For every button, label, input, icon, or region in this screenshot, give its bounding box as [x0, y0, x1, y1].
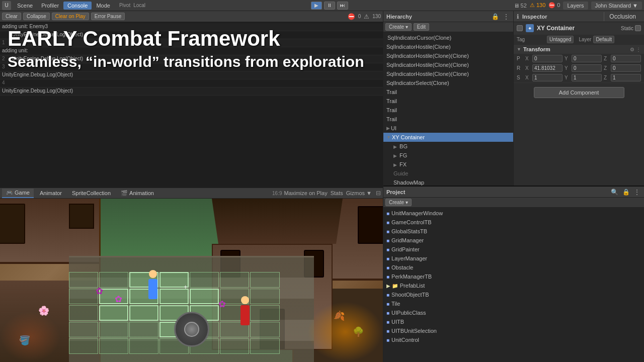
proj-uitb[interactable]: ■ UITB: [383, 317, 644, 326]
console-toolbar: Clear Collapse Clear on Play Error Pause…: [0, 11, 383, 22]
proj-globalstats[interactable]: ■ GlobalStatsTB: [383, 227, 644, 236]
pause-button[interactable]: ⏸: [324, 2, 335, 10]
hier-sql-cursor[interactable]: SqlIndicatorCursor(Clone): [383, 33, 513, 42]
hier-sql-hostile-2[interactable]: SqlIndicatorHostile(Clone)(Clone): [383, 51, 513, 60]
joystick[interactable]: [174, 312, 209, 347]
hierarchy-edit-btn[interactable]: Edit: [414, 23, 429, 31]
grid-cell: [99, 338, 128, 354]
hier-sql-hostile-4[interactable]: SqlIndicatorHostile(Clone)(Clone): [383, 69, 513, 78]
project-menu-icon[interactable]: ⋮: [633, 189, 641, 196]
tab-sprite-collection[interactable]: SpriteCollection: [68, 189, 115, 197]
tab-game[interactable]: 🎮 Game: [2, 189, 34, 198]
hier-trail-2[interactable]: Trail: [383, 97, 513, 106]
object-enabled-checkbox[interactable]: [517, 25, 523, 31]
collapse-button[interactable]: Collapse: [23, 13, 50, 20]
project-create-btn[interactable]: Create ▾: [385, 199, 412, 206]
tab-animation[interactable]: 🎬 Animation: [117, 189, 158, 198]
hier-ui[interactable]: ▶ UI: [383, 124, 513, 133]
grid-cell: [69, 289, 98, 304]
hierarchy-menu-icon[interactable]: ⋮: [502, 13, 510, 20]
character-blue: [145, 270, 160, 300]
proj-unitcontrol[interactable]: ■ UnitControl: [383, 335, 644, 344]
hierarchy-create-btn[interactable]: Create ▾: [385, 23, 412, 31]
scale-x-input[interactable]: [532, 74, 562, 81]
layers-tab[interactable]: Layers: [563, 2, 588, 10]
project-toolbar: Create ▾: [383, 198, 644, 208]
proj-gridpainter[interactable]: ■ GridPainter: [383, 245, 644, 254]
hier-fg[interactable]: ▶ FG: [383, 151, 513, 160]
proj-tile[interactable]: ■ Tile: [383, 299, 644, 308]
proj-unit-manager[interactable]: ■ UnitManagerWindow: [383, 209, 644, 218]
clear-button[interactable]: Clear: [2, 13, 21, 20]
top-right-stats: 🖥 52 ⚠ 130 ⛔ 0 Layers John Standard ▼: [514, 2, 642, 10]
hier-sql-select[interactable]: SqlIndicatorSelect(Clone): [383, 78, 513, 87]
proj-shootobject[interactable]: ■ ShootObjectTB: [383, 290, 644, 299]
aspect-ratio: 16:9: [272, 191, 282, 196]
rotation-x-input[interactable]: [532, 64, 562, 72]
proj-uipublic[interactable]: ■ UIPublicClass: [383, 308, 644, 317]
position-y-input[interactable]: [572, 55, 602, 62]
transform-header[interactable]: ▼ Transform ⚙ ⋮: [514, 45, 644, 54]
menu-scene[interactable]: Scene: [13, 2, 37, 10]
hier-trail-3[interactable]: Trail: [383, 106, 513, 115]
hier-sql-hostile-3[interactable]: SqlIndicatorHostile(Clone)(Clone): [383, 60, 513, 69]
project-lock-icon[interactable]: 🔒: [621, 189, 631, 196]
hier-bg[interactable]: ▶ BG: [383, 142, 513, 151]
scale-y-field: Y: [565, 74, 602, 81]
error-pause-button[interactable]: Error Pause: [91, 13, 125, 20]
clear-on-play-button[interactable]: Clear on Play: [52, 13, 89, 20]
menu-console[interactable]: Console: [63, 2, 92, 10]
rotation-y-input[interactable]: [572, 64, 602, 72]
gizmos-button[interactable]: Gizmos ▼: [346, 190, 372, 196]
proj-obstacle[interactable]: ■ Obstacle: [383, 263, 644, 272]
top-right-section: Hierarchy 🔒 ⋮ Create ▾ Edit SqlIndicator…: [383, 11, 644, 187]
rotation-z-input[interactable]: [611, 64, 641, 72]
position-z-input[interactable]: [611, 55, 641, 62]
project-search-icon[interactable]: 🔍: [610, 189, 619, 196]
layer-select[interactable]: Default: [593, 36, 614, 43]
tab-animator[interactable]: Animator: [36, 189, 66, 197]
scale-z-input[interactable]: [611, 74, 641, 81]
building-mid-roof: [212, 199, 343, 244]
transform-gear-icon[interactable]: ⚙: [630, 47, 634, 52]
cursor-indicator: +: [184, 284, 187, 291]
proj-prefablist[interactable]: ▶ 📁 PrefabList: [383, 281, 644, 290]
hier-fx[interactable]: ▶ FX: [383, 160, 513, 169]
position-x-input[interactable]: [532, 55, 562, 62]
menu-mode[interactable]: Mode: [92, 2, 114, 10]
tag-select[interactable]: Untagged: [547, 36, 574, 43]
maximize-on-play[interactable]: Maximize on Play: [284, 190, 327, 196]
proj-gamecontrol[interactable]: ■ GameControlTB: [383, 218, 644, 227]
script-icon-gridpainter: ■: [386, 247, 389, 252]
script-icon-unitcontrol: ■: [386, 337, 389, 343]
hier-trail-1[interactable]: Trail: [383, 87, 513, 97]
log-entry: 2 UnityEngine.Debug.Log(Object): [0, 55, 383, 63]
game-viewport[interactable]: ✿ ✿ ✿ 🌸 🍂 🌳 🪣 +: [0, 199, 383, 362]
hier-sql-hostile-1[interactable]: SqlIndicatorHostile(Clone): [383, 42, 513, 51]
user-tab[interactable]: John Standard ▼: [591, 2, 642, 10]
project-header-right: 🔍 🔒 ⋮: [610, 189, 641, 196]
hier-shadowmap[interactable]: ShadowMap: [383, 178, 513, 186]
game-tab-icon: 🎮: [6, 190, 13, 196]
grid-cell: [129, 322, 158, 337]
scale-y-input[interactable]: [572, 74, 602, 81]
grid-cell: [250, 272, 279, 288]
transform-more-icon[interactable]: ⋮: [636, 47, 641, 52]
menu-profiler[interactable]: Profiler: [37, 2, 63, 10]
proj-uitbunit[interactable]: ■ UITBUnitSelection: [383, 326, 644, 335]
proj-gridmanager[interactable]: ■ GridManager: [383, 236, 644, 245]
hier-guide[interactable]: Guide: [383, 169, 513, 178]
occlusion-tab[interactable]: Occlusion: [604, 12, 641, 21]
hier-xy-container[interactable]: ▼ XY Container: [383, 133, 513, 142]
proj-perkmanager[interactable]: ■ PerkManagerTB: [383, 272, 644, 281]
panel-minimize[interactable]: ⊟: [376, 190, 381, 197]
stats-button[interactable]: Stats: [331, 190, 343, 196]
hierarchy-lock-icon[interactable]: 🔒: [491, 13, 500, 20]
hier-trail-4[interactable]: Trail: [383, 115, 513, 124]
log-entry: 1: [0, 39, 383, 47]
add-component-button[interactable]: Add Component: [534, 87, 624, 98]
step-button[interactable]: ⏭: [337, 2, 348, 10]
proj-layermanager[interactable]: ■ LayerManager: [383, 254, 644, 263]
play-button[interactable]: ▶: [311, 2, 322, 10]
static-checkbox[interactable]: [635, 25, 641, 31]
